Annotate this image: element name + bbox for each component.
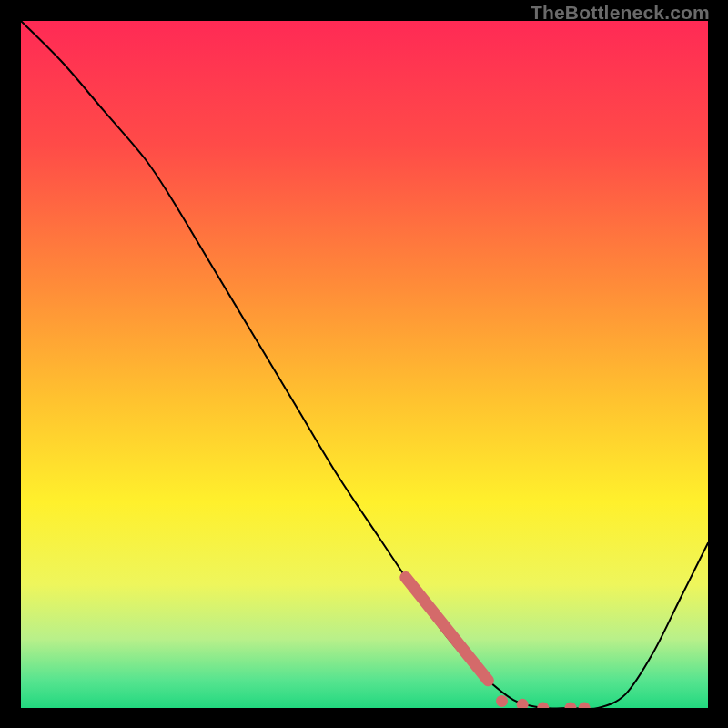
gradient-background xyxy=(21,21,708,708)
chart-frame: TheBottleneck.com xyxy=(0,0,728,728)
bottleneck-chart xyxy=(21,21,708,708)
highlight-dot xyxy=(496,695,508,707)
